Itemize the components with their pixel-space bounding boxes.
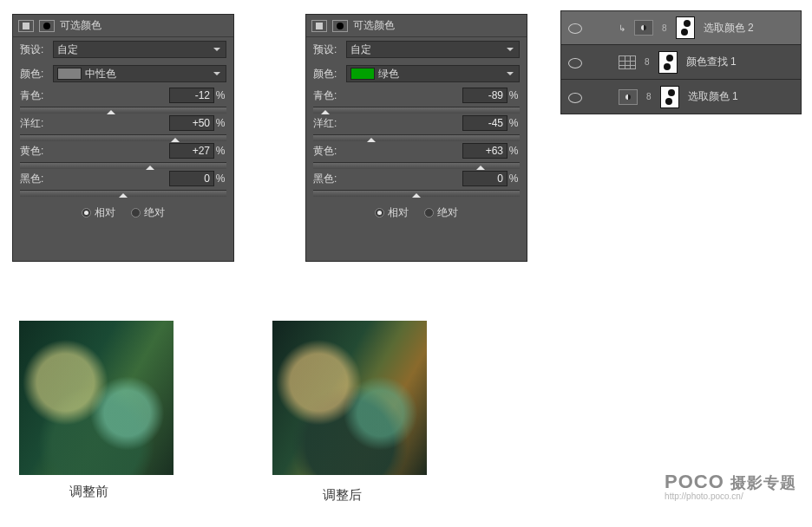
visibility-eye-icon[interactable] bbox=[568, 56, 580, 68]
slider-row: 青色:-12% bbox=[13, 86, 233, 114]
mask-mode-icon bbox=[332, 20, 348, 32]
color-select[interactable]: 中性色 bbox=[53, 65, 226, 82]
preset-label: 预设: bbox=[20, 42, 49, 57]
slider-label: 洋红: bbox=[20, 116, 55, 131]
visibility-eye-icon[interactable] bbox=[568, 22, 580, 34]
link-icon: 8 bbox=[645, 57, 650, 67]
slider-thumb[interactable] bbox=[119, 189, 128, 198]
slider-thumb[interactable] bbox=[476, 161, 485, 170]
slider-track[interactable] bbox=[20, 107, 226, 114]
slider-row: 黑色:0% bbox=[13, 169, 233, 197]
slider-row: 洋红:-45% bbox=[306, 114, 527, 141]
adjustment-icon bbox=[18, 20, 34, 32]
selective-color-panel-1: 可选颜色 预设: 自定 颜色: 中性色 青色:-12%洋红:+50%黄色:+27… bbox=[12, 14, 234, 262]
layer-mask-thumbnail[interactable] bbox=[676, 16, 695, 39]
method-absolute[interactable]: 绝对 bbox=[424, 205, 458, 220]
method-relative[interactable]: 相对 bbox=[82, 205, 115, 220]
slider-value-input[interactable]: +63 bbox=[462, 143, 508, 159]
layer-name: 选取颜色 1 bbox=[688, 89, 738, 104]
percent-label: % bbox=[214, 172, 226, 185]
slider-row: 洋红:+50% bbox=[13, 114, 233, 141]
layer-mask-thumbnail[interactable] bbox=[658, 51, 678, 74]
layer-name: 选取颜色 2 bbox=[704, 21, 754, 36]
slider-label: 黄色: bbox=[20, 144, 55, 159]
panel-header: 可选颜色 bbox=[306, 15, 527, 37]
slider-thumb[interactable] bbox=[146, 161, 154, 170]
color-label: 颜色: bbox=[20, 67, 49, 81]
layer-row[interactable]: 8选取颜色 1 bbox=[560, 80, 802, 114]
percent-label: % bbox=[508, 145, 520, 157]
clip-indicator-icon: ↳ bbox=[619, 23, 625, 33]
slider-value-input[interactable]: -45 bbox=[462, 115, 508, 131]
panel-title: 可选颜色 bbox=[353, 18, 395, 33]
slider-track[interactable] bbox=[313, 162, 520, 169]
lut-icon bbox=[619, 55, 636, 69]
link-icon: 8 bbox=[646, 92, 652, 101]
slider-track[interactable] bbox=[20, 134, 226, 141]
preset-label: 预设: bbox=[313, 42, 343, 57]
slider-label: 洋红: bbox=[313, 116, 348, 131]
layers-panel: ↳8选取颜色 28颜色查找 18选取颜色 1 bbox=[560, 10, 802, 114]
adjustment-layer-icon bbox=[634, 20, 653, 36]
link-icon: 8 bbox=[662, 23, 667, 33]
slider-label: 黑色: bbox=[20, 172, 55, 186]
selective-color-panel-2: 可选颜色 预设: 自定 颜色: 绿色 青色:-89%洋红:-45%黄色:+63%… bbox=[305, 14, 527, 262]
layer-row[interactable]: 8颜色查找 1 bbox=[560, 45, 802, 80]
preview-before-image bbox=[19, 321, 174, 475]
adjustment-icon bbox=[311, 20, 327, 32]
slider-label: 黄色: bbox=[313, 144, 348, 159]
percent-label: % bbox=[214, 89, 226, 101]
method-relative[interactable]: 相对 bbox=[375, 205, 409, 220]
percent-label: % bbox=[214, 117, 226, 129]
slider-thumb[interactable] bbox=[171, 133, 180, 142]
slider-track[interactable] bbox=[313, 190, 520, 197]
slider-thumb[interactable] bbox=[412, 189, 421, 198]
watermark: POCO 摄影专题 http://photo.poco.cn/ bbox=[665, 471, 796, 501]
slider-row: 黑色:0% bbox=[306, 169, 527, 197]
panel-title: 可选颜色 bbox=[60, 18, 102, 33]
slider-row: 青色:-89% bbox=[306, 86, 527, 114]
slider-label: 青色: bbox=[20, 88, 55, 103]
adjustment-layer-icon bbox=[619, 89, 638, 105]
color-select[interactable]: 绿色 bbox=[346, 65, 520, 82]
preview-after-image bbox=[272, 321, 427, 475]
slider-track[interactable] bbox=[313, 107, 520, 114]
percent-label: % bbox=[214, 145, 226, 157]
mask-mode-icon bbox=[39, 20, 55, 32]
preset-select[interactable]: 自定 bbox=[346, 41, 520, 58]
slider-value-input[interactable]: -12 bbox=[169, 88, 214, 103]
caption-before: 调整前 bbox=[69, 484, 108, 500]
percent-label: % bbox=[508, 117, 520, 129]
color-label: 颜色: bbox=[313, 67, 343, 81]
layer-row[interactable]: ↳8选取颜色 2 bbox=[560, 10, 802, 45]
slider-thumb[interactable] bbox=[321, 106, 330, 114]
slider-value-input[interactable]: +27 bbox=[169, 143, 214, 159]
color-swatch bbox=[57, 68, 82, 80]
slider-thumb[interactable] bbox=[107, 106, 115, 114]
slider-track[interactable] bbox=[20, 162, 226, 169]
panel-header: 可选颜色 bbox=[13, 15, 233, 37]
method-absolute[interactable]: 绝对 bbox=[131, 205, 165, 220]
slider-row: 黄色:+27% bbox=[13, 141, 233, 169]
slider-track[interactable] bbox=[313, 134, 520, 141]
slider-thumb[interactable] bbox=[367, 133, 376, 142]
slider-value-input[interactable]: -89 bbox=[462, 88, 508, 103]
slider-label: 黑色: bbox=[313, 172, 348, 186]
percent-label: % bbox=[508, 172, 520, 185]
caption-after: 调整后 bbox=[323, 487, 362, 504]
slider-track[interactable] bbox=[20, 190, 226, 197]
slider-row: 黄色:+63% bbox=[306, 141, 527, 169]
slider-label: 青色: bbox=[313, 88, 348, 103]
slider-value-input[interactable]: 0 bbox=[462, 171, 508, 186]
color-swatch bbox=[350, 68, 375, 80]
visibility-eye-icon[interactable] bbox=[568, 91, 580, 103]
preset-select[interactable]: 自定 bbox=[53, 41, 226, 58]
layer-name: 颜色查找 1 bbox=[686, 55, 737, 69]
slider-value-input[interactable]: 0 bbox=[169, 171, 214, 186]
percent-label: % bbox=[508, 89, 520, 101]
layer-mask-thumbnail[interactable] bbox=[660, 86, 679, 108]
slider-value-input[interactable]: +50 bbox=[169, 115, 214, 131]
